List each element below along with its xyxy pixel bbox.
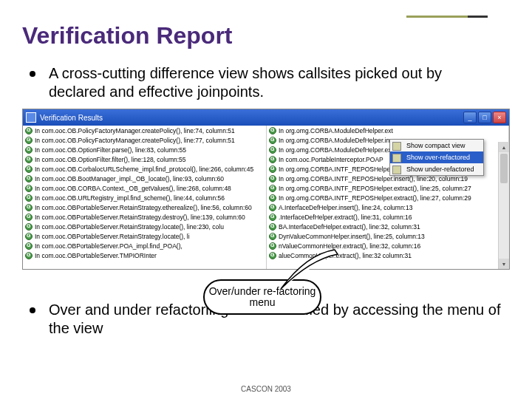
result-text: .InterfaceDefHelper.extract(), line:31, … [279,214,412,221]
menu-icon [392,166,401,174]
result-text: In com.ooc.OBPortableServer.RetainStrate… [35,214,245,221]
result-row[interactable]: In com.ooc.OB.CorbalocURLScheme_impl.fin… [23,164,266,174]
result-icon [25,252,33,259]
result-row[interactable]: In com.ooc.OB.PolicyFactoryManager.creat… [23,126,266,135]
result-icon [269,223,276,231]
vertical-scrollbar[interactable]: ▲ ▼ [498,142,509,269]
slide-footer: CASCON 2003 [0,385,532,393]
result-icon [25,214,33,221]
result-text: In org.omg.CORBA.INTF_REPOSHelper.insert… [279,175,468,183]
window-title: Verification Results [40,114,463,122]
result-icon [25,204,33,211]
left-results-pane[interactable]: In com.ooc.OB.PolicyFactoryManager.creat… [23,126,267,269]
result-icon [25,166,33,173]
result-row[interactable]: A.InterfaceDefHelper.insert(), line:24, … [267,202,508,212]
menu-show-compact[interactable]: Show compact view [390,140,483,151]
result-row[interactable]: In org.omg.CORBA.INTF_REPOSHelper.extrac… [267,183,508,193]
result-icon [269,166,276,173]
result-icon [25,194,33,202]
result-row[interactable]: In com.ooc.OB.OptionFilter.parse(), line… [23,145,266,154]
result-icon [25,156,33,163]
result-text: In org.omg.CORBA.ModuleDefHelper.ext [279,146,393,154]
result-icon [269,214,276,221]
result-row[interactable]: In com.ooc.OB.BootManager_impl._OB_locat… [23,174,266,183]
slide-title: Verification Report [22,22,510,50]
window-icon [26,112,36,123]
scroll-down-arrow-icon[interactable]: ▼ [499,259,509,269]
result-icon [25,223,33,231]
bullet-dot-icon [30,71,35,77]
result-text: In com.ooc.OB.BootManager_impl._OB_locat… [35,175,224,183]
result-text: DynValueCommonHelper.insert(), line:25, … [279,233,425,240]
result-text: In com.ooc.OBPortableServer.RetainStrate… [35,233,190,240]
maximize-button[interactable]: □ [478,112,491,123]
result-row[interactable]: In com.ooc.OBPortableServer.RetainStrate… [23,212,266,222]
result-row[interactable]: In com.ooc.OBPortableServer.RetainStrate… [23,222,266,231]
result-icon [269,156,276,163]
result-text: In com.ooc.OBPortableServer.RetainStrate… [35,204,252,211]
result-row[interactable]: DynValueCommonHelper.insert(), line:25, … [267,231,508,241]
result-icon [25,233,33,240]
window-titlebar[interactable]: Verification Results _ □ × [23,109,509,126]
result-icon [269,252,276,259]
bullet-1: A cross-cutting difference view shows ca… [30,64,502,101]
result-row[interactable]: In com.ooc.OB.OptionFilter.filter(), lin… [23,154,266,164]
callout-pointer-icon [277,248,344,293]
menu-icon [392,142,401,151]
result-row[interactable]: In com.ooc.OB.CORBA.Context._OB_getValue… [23,183,266,193]
accent-decoration [406,13,488,21]
result-text: In com.ooc.OB.URLRegistry_impl.find_sche… [35,194,225,202]
result-row[interactable]: .InterfaceDefHelper.extract(), line:31, … [267,212,508,222]
result-text: In org.omg.CORBA.INTF_REPOSHelper.extrac… [279,194,471,202]
result-icon [269,127,276,134]
result-row[interactable]: In org.omg.CORBA.INTF_REPOSHelper.extrac… [267,193,508,202]
result-row[interactable]: In com.ooc.OB.URLRegistry_impl.find_sche… [23,193,266,202]
scroll-up-arrow-icon[interactable]: ▲ [499,142,509,152]
result-text: A.InterfaceDefHelper.insert(), line:24, … [279,204,412,211]
result-text: In com.ooc.OB.OptionFilter.filter(), lin… [35,156,186,163]
result-row[interactable]: In com.ooc.OB.PolicyFactoryManager.creat… [23,135,266,145]
result-text: In com.ooc.OBPortableServer.TMPIORInter [35,252,157,259]
result-text: In com.ooc.OBPortableServer.RetainStrate… [35,223,224,231]
result-text: In com.ooc.OB.CorbalocURLScheme_impl.fin… [35,166,253,173]
result-icon [269,194,276,202]
scrollbar-thumb[interactable] [500,154,508,183]
result-text: BA.InterfaceDefHelper.extract(), line:32… [279,223,420,231]
result-icon [25,137,33,144]
result-text: In com.ooc.PortableInterceptor.POAP [279,156,383,163]
result-icon [25,185,33,192]
result-text: In com.ooc.OBPortableServer.POA_impl.fin… [35,242,183,250]
result-text: In org.omg.CORBA.INTF_REPOSHelper.extrac… [279,185,471,192]
result-row[interactable]: In com.ooc.OBPortableServer.TMPIORInter [23,250,266,260]
result-row[interactable]: In com.ooc.OBPortableServer.RetainStrate… [23,202,266,212]
result-icon [25,127,33,134]
result-icon [269,146,276,154]
callout-annotation: Over/under re-factoring menu [203,279,321,315]
bullet-dot-icon [30,307,35,313]
result-text: In com.ooc.OB.PolicyFactoryManager.creat… [35,127,235,134]
result-icon [269,242,276,250]
result-row[interactable]: In com.ooc.OBPortableServer.RetainStrate… [23,231,266,241]
bullet-1-text: A cross-cutting difference view shows ca… [49,64,502,101]
menu-icon [392,154,401,163]
verification-results-window: Verification Results _ □ × In com.ooc.OB… [22,109,510,270]
result-icon [25,242,33,250]
result-icon [269,175,276,183]
minimize-button[interactable]: _ [463,112,477,123]
result-icon [25,175,33,183]
close-button[interactable]: × [493,112,506,123]
result-icon [269,204,276,211]
menu-show-over-refactored[interactable]: Show over-refactored [390,151,483,163]
result-row[interactable]: BA.InterfaceDefHelper.extract(), line:32… [267,222,508,231]
result-text: In com.ooc.OB.OptionFilter.parse(), line… [35,146,186,154]
result-text: In org.omg.CORBA.ModuleDefHelper.ext [279,127,393,134]
menu-show-under-refactored[interactable]: Show under-refactored [390,163,483,175]
result-icon [269,233,276,240]
result-text: In com.ooc.OB.CORBA.Context._OB_getValue… [35,185,231,192]
result-icon [269,185,276,192]
result-text: In com.ooc.OB.PolicyFactoryManager.creat… [35,137,235,144]
result-row[interactable]: In org.omg.CORBA.ModuleDefHelper.ext [267,126,508,135]
result-row[interactable]: In com.ooc.OBPortableServer.POA_impl.fin… [23,241,266,250]
result-icon [25,146,33,154]
context-menu: Show compact view Show over-refactored S… [389,139,484,176]
